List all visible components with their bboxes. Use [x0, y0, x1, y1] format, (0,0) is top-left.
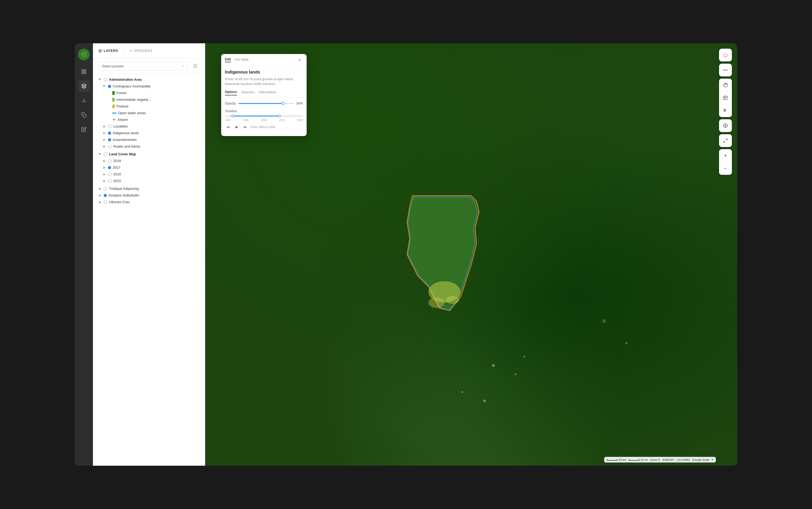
- radio-tristique[interactable]: [104, 187, 107, 191]
- map-bottom-bar: 20 km 10 mi Zoom 6 -6381047, -11144362 G…: [604, 457, 716, 463]
- radio-2016[interactable]: [108, 172, 112, 176]
- zoom-in-button[interactable]: [719, 149, 732, 162]
- tree-item-roads[interactable]: ▶ Roads and tracks: [93, 143, 205, 150]
- chevron-assentamentos: ▶: [103, 138, 106, 142]
- tree-item-2016[interactable]: ▶ 2016: [93, 171, 205, 177]
- tree-item-2017[interactable]: ▶ 2017: [93, 164, 205, 171]
- tree-item-2015[interactable]: ▶ 2015: [93, 177, 205, 184]
- popup-body: Indigenous lands Donec id elit non mi po…: [221, 66, 307, 136]
- timeline-start-thumb[interactable]: [231, 115, 234, 117]
- section-tab-options[interactable]: Options: [225, 90, 237, 96]
- radio-localities[interactable]: [108, 125, 112, 128]
- tree-item-land-cover[interactable]: ▶ Land Cover Map: [93, 151, 205, 158]
- chevron-indigenous: ▶: [103, 131, 106, 135]
- tab-process[interactable]: PROCESS: [129, 47, 152, 54]
- radio-2018[interactable]: [108, 159, 112, 163]
- scale-line-10mi: [629, 459, 639, 461]
- bookmark-button[interactable]: [191, 62, 200, 71]
- scale-10mi: 10 mi: [629, 458, 648, 462]
- zoom-out-button[interactable]: [719, 162, 732, 175]
- opacity-track: [238, 103, 283, 104]
- scale-20km-label: 20 km: [619, 458, 627, 462]
- timeline-back-start-button[interactable]: ⏮: [225, 124, 231, 130]
- svg-marker-9: [99, 49, 102, 51]
- timeline-play-button[interactable]: ▶: [233, 124, 240, 130]
- radio-land-cover[interactable]: [104, 152, 107, 156]
- radio-2015[interactable]: [108, 179, 112, 183]
- provider-select-button[interactable]: ▾: [711, 458, 713, 462]
- radio-ultricies[interactable]: [104, 200, 107, 204]
- tree-item-open-water[interactable]: ▶ Open water areas: [93, 110, 205, 116]
- more-options-button[interactable]: •••: [719, 64, 732, 76]
- copy-nav-button[interactable]: [78, 109, 90, 121]
- bookmark-icon: [193, 64, 197, 68]
- chevron-tristique: ▶: [98, 187, 102, 191]
- tree-item-admin-area[interactable]: ▶ Administrative Area: [93, 76, 205, 83]
- tree-item-intermediate[interactable]: ▶ Intermediate vegetat...: [93, 96, 205, 103]
- tree-item-localities[interactable]: ▶ Locatilies: [93, 123, 205, 130]
- tree-item-contriguacu[interactable]: ▶ Contriguacu municipality: [93, 83, 205, 90]
- section-tab-selection[interactable]: Selection: [241, 90, 254, 96]
- dot-contriguacu: [108, 85, 111, 88]
- timeline-track[interactable]: [225, 115, 303, 116]
- chart-nav-button[interactable]: [78, 95, 90, 106]
- tree-item-inceptos[interactable]: ▶ Inceptos Sollicitudin: [93, 192, 205, 199]
- timeline-forward-end-button[interactable]: ⏭: [242, 124, 248, 130]
- radio-admin[interactable]: [104, 78, 107, 81]
- svg-line-27: [724, 141, 725, 142]
- popup-close-button[interactable]: ✕: [296, 57, 303, 63]
- layers-nav-button[interactable]: [78, 80, 90, 92]
- dot-indigenous: [108, 132, 111, 135]
- timeline-range-label: From 1984 to 2035: [251, 125, 275, 129]
- color-intermediate: [112, 98, 115, 102]
- color-pasture: [112, 104, 115, 108]
- popup-tab-edit[interactable]: Edit: [225, 58, 231, 62]
- tree-item-pasture[interactable]: ▶ Pasture: [93, 103, 205, 110]
- fullscreen-button[interactable]: [719, 134, 732, 147]
- fullscreen-icon: [723, 138, 728, 143]
- chevron-land-cover: ▶: [98, 152, 102, 156]
- toggle-panel-button[interactable]: ❯: [202, 247, 205, 262]
- svg-point-19: [602, 319, 606, 323]
- preset-select[interactable]: Select presets: [98, 62, 189, 71]
- popup-tab-info-table[interactable]: Info Table: [235, 58, 249, 62]
- select-tool-button[interactable]: [719, 92, 732, 104]
- cursor-tool-button[interactable]: [719, 104, 732, 117]
- location-button[interactable]: [719, 119, 732, 132]
- svg-line-26: [726, 139, 727, 140]
- popup-description: Donec id elit non mi porta gravida at eg…: [225, 77, 303, 86]
- territory-svg: [396, 190, 492, 319]
- svg-point-10: [131, 50, 132, 51]
- chevron-2015: ▶: [103, 179, 106, 183]
- tree-item-2018[interactable]: ▶ 2018: [93, 158, 205, 164]
- svg-point-20: [625, 342, 628, 345]
- tree-item-assentamentos[interactable]: ▶ Assentamentos: [93, 136, 205, 143]
- power-icon: [723, 53, 728, 58]
- map-provider: Google Earth: [692, 458, 709, 462]
- tree-item-airport[interactable]: ▶ ✈ Airport: [93, 116, 205, 123]
- tree-item-indigenous[interactable]: ▶ Indigenous lands: [93, 130, 205, 136]
- scale-line-20km: [607, 459, 618, 461]
- power-button[interactable]: [719, 49, 732, 62]
- edit-nav-button[interactable]: [78, 124, 90, 135]
- map-area[interactable]: Edit Info Table ✕ Indigenous lands Donec…: [205, 43, 737, 466]
- tool-group-zoom: [719, 149, 732, 175]
- popup-section-tabs: Options Selection Informations: [225, 90, 303, 98]
- radio-roads[interactable]: [108, 145, 112, 148]
- tree-item-ultricies[interactable]: ▶ Ultricies Cras: [93, 199, 205, 205]
- layers-panel: LAYERS PROCESS Select presets ▶: [93, 43, 205, 466]
- tree-item-forest[interactable]: ▶ Forest: [93, 90, 205, 96]
- left-sidebar: 🌿: [75, 43, 93, 466]
- timeline-fill: [233, 115, 280, 116]
- timeline-end-thumb[interactable]: [278, 115, 281, 117]
- svg-point-16: [461, 391, 463, 393]
- chevron-2017: ▶: [103, 166, 106, 169]
- pan-tool-button[interactable]: [719, 78, 732, 92]
- opacity-slider[interactable]: [238, 103, 294, 104]
- section-tab-informations[interactable]: Informations: [259, 90, 276, 96]
- tree-item-tristique[interactable]: ▶ Tristique Adipiscing: [93, 185, 205, 192]
- preset-bar: Select presets: [93, 58, 205, 74]
- tab-layers[interactable]: LAYERS: [98, 47, 118, 54]
- opacity-thumb[interactable]: [282, 102, 285, 105]
- map-nav-button[interactable]: [78, 66, 90, 77]
